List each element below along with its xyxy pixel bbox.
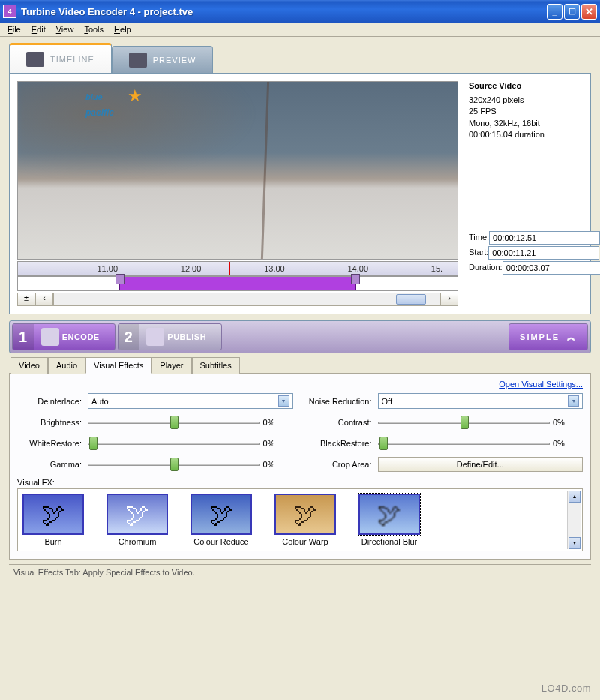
time-label: Time: (469, 232, 489, 243)
menu-edit[interactable]: Edit (32, 25, 46, 34)
simple-label: SIMPLE (520, 332, 560, 341)
encode-label: ENCODE (62, 332, 100, 341)
watermark: LO4D.com (542, 683, 591, 694)
video-preview: blue pacific ★ (17, 81, 458, 260)
start-label: Start: (469, 247, 488, 258)
gamma-slider[interactable] (88, 457, 260, 472)
source-audio: Mono, 32kHz, 16bit (469, 118, 583, 129)
chevron-up-icon: ︽ (567, 332, 577, 343)
start-input[interactable] (488, 246, 599, 260)
crop-label: Crop Area: (296, 460, 375, 469)
deinterlace-dropdown[interactable]: Auto ▾ (88, 393, 293, 409)
close-button[interactable]: ✕ (581, 4, 597, 20)
settings-panel: Open Visual Settings... Deinterlace: Aut… (9, 373, 591, 560)
noise-label: Noise Reduction: (296, 397, 375, 406)
time-input[interactable] (489, 231, 600, 245)
bluepacific-logo: blue pacific (86, 88, 114, 119)
save-icon (146, 328, 164, 346)
source-fps: 25 FPS (469, 106, 583, 117)
tv-icon (129, 53, 147, 68)
white-value: 0% (263, 439, 293, 448)
deinterlace-label: Deinterlace: (17, 397, 85, 406)
brightness-label: Brightness: (17, 418, 85, 427)
maximize-button[interactable]: ☐ (564, 4, 580, 20)
publish-label: PUBLISH (167, 332, 206, 341)
tab-subtitles[interactable]: Subtitles (192, 357, 240, 374)
visualfx-label: Visual FX: (17, 478, 583, 487)
contrast-label: Contrast: (296, 418, 375, 427)
contrast-value: 0% (553, 418, 583, 427)
gamma-label: Gamma: (17, 460, 85, 469)
fx-chromium[interactable]: 🕊 Chromium (106, 494, 168, 546)
scroll-left-button[interactable]: ‹ (35, 293, 53, 306)
source-dims: 320x240 pixels (469, 95, 583, 106)
zoom-button[interactable]: ± (17, 293, 35, 306)
crop-define-button[interactable]: Define/Edit... (378, 457, 584, 472)
brightness-value: 0% (263, 418, 293, 427)
contrast-slider[interactable] (378, 415, 550, 430)
white-label: WhiteRestore: (17, 439, 85, 448)
tab-player[interactable]: Player (152, 357, 191, 374)
range-end-handle[interactable] (351, 274, 360, 284)
tab-audio[interactable]: Audio (48, 357, 86, 374)
tab-visual-effects[interactable]: Visual Effects (86, 357, 152, 374)
simple-button[interactable]: SIMPLE ︽ (508, 323, 588, 350)
source-heading: Source Video (469, 81, 583, 90)
source-duration: 00:00:15.04 duration (469, 129, 583, 140)
range-start-handle[interactable] (116, 274, 124, 284)
menu-file[interactable]: File (8, 25, 21, 34)
action-bar: 1 ENCODE 2 PUBLISH SIMPLE ︽ (9, 320, 591, 353)
window-title: Turbine Video Encoder 4 - project.tve (21, 6, 547, 17)
black-value: 0% (553, 439, 583, 448)
gamma-value: 0% (263, 460, 293, 469)
chevron-down-icon: ▾ (568, 395, 579, 407)
fx-colour-warp[interactable]: 🕊 Colour Warp (274, 494, 336, 546)
fx-colour-reduce[interactable]: 🕊 Colour Reduce (190, 494, 252, 546)
duration-label: Duration: (469, 262, 502, 273)
timeline-range[interactable] (17, 276, 458, 291)
tab-video[interactable]: Video (10, 357, 48, 374)
duration-input[interactable] (502, 261, 600, 275)
app-icon: 4 (3, 5, 16, 18)
timeline-scrollbar[interactable] (53, 293, 440, 306)
minimize-button[interactable]: _ (547, 4, 562, 20)
chevron-down-icon: ▾ (278, 395, 290, 407)
encode-button[interactable]: 1 ENCODE (12, 323, 116, 350)
scroll-right-button[interactable]: › (440, 293, 458, 306)
whiterestore-slider[interactable] (88, 436, 260, 451)
playhead[interactable] (229, 262, 230, 275)
noise-dropdown[interactable]: Off ▾ (378, 393, 584, 409)
open-visual-settings-link[interactable]: Open Visual Settings... (499, 380, 583, 389)
timeline-ruler[interactable]: 11.00 12.00 13.00 14.00 15. (17, 261, 458, 276)
black-label: BlackRestore: (296, 439, 375, 448)
fx-scrollbar[interactable]: ▴ ▾ (567, 491, 580, 549)
tab-timeline[interactable]: TIMELINE (9, 43, 112, 73)
fx-directional-blur[interactable]: 🕊 Directional Blur (358, 494, 420, 546)
blackrestore-slider[interactable] (378, 436, 550, 451)
menubar: File Edit View Tools Help (0, 23, 600, 37)
brightness-slider[interactable] (88, 415, 260, 430)
visualfx-list: 🕊 Burn 🕊 Chromium 🕊 Colour Reduce 🕊 Colo… (17, 488, 583, 551)
tab-timeline-label: TIMELINE (50, 55, 94, 64)
scroll-down-button[interactable]: ▾ (568, 537, 580, 549)
star-icon: ★ (128, 86, 142, 106)
menu-help[interactable]: Help (114, 25, 131, 34)
fx-burn[interactable]: 🕊 Burn (22, 494, 84, 546)
titlebar: 4 Turbine Video Encoder 4 - project.tve … (0, 0, 600, 23)
publish-button[interactable]: 2 PUBLISH (118, 323, 222, 350)
menu-view[interactable]: View (56, 25, 74, 34)
tab-preview-label: PREVIEW (153, 56, 196, 65)
scrollbar-thumb[interactable] (396, 294, 426, 305)
clapperboard-icon (26, 52, 44, 67)
scroll-up-button[interactable]: ▴ (568, 491, 580, 503)
menu-tools[interactable]: Tools (84, 25, 104, 34)
statusbar: Visual Effects Tab: Apply Special Effect… (9, 564, 591, 580)
gears-icon (41, 328, 59, 346)
tab-preview[interactable]: PREVIEW (112, 46, 214, 73)
